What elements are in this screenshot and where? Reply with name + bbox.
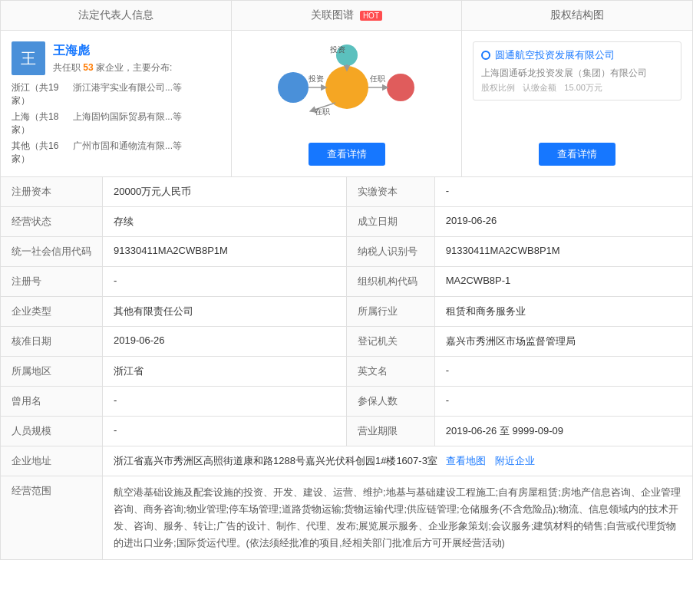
- label2-7: 参保人数: [346, 387, 434, 417]
- address-row: 企业地址 浙江省嘉兴市秀洲区高照街道康和路1288号嘉兴光伏科创园1#楼1607…: [1, 446, 693, 476]
- label-6: 所属地区: [1, 357, 103, 387]
- equity-card: 圆通航空投资发展有限公司 上海圆通砾龙投资发展（集团）有限公司 股权比例 认缴金…: [473, 41, 681, 100]
- value-7: -: [103, 387, 347, 417]
- label-2: 统一社会信用代码: [1, 237, 103, 267]
- value2-4: 租赁和商务服务业: [434, 297, 692, 327]
- value-8: -: [103, 417, 347, 446]
- graph-visual: 投资 任职 在职 投资: [243, 41, 451, 133]
- value2-2: 91330411MA2CWB8P1M: [434, 237, 692, 267]
- equity-sub-company: 上海圆通砾龙投资发展（集团）有限公司: [481, 67, 673, 80]
- svg-text:投资: 投资: [308, 74, 324, 83]
- value-2: 91330411MA2CWB8P1M: [103, 237, 347, 267]
- address-label: 企业地址: [1, 446, 103, 476]
- value2-1: 2019-06-26: [434, 207, 692, 237]
- equity-company-title: 圆通航空投资发展有限公司: [481, 48, 673, 62]
- header-col-graph: 关联图谱 HOT: [232, 1, 463, 30]
- person-row: 王 王海彪 共任职 53 家企业，主要分布:: [12, 41, 220, 75]
- info-row-5: 核准日期 2019-06-26 登记机关 嘉兴市秀洲区市场监督管理局: [1, 327, 693, 357]
- svg-point-0: [325, 66, 368, 109]
- biz-scope-text: 航空港基础设施及配套设施的投资、开发、建设、运营、维护;地基与基础建设工程施工;…: [114, 484, 681, 552]
- header-col-equity: 股权结构图: [462, 1, 692, 30]
- label2-1: 成立日期: [346, 207, 434, 237]
- header-legal-title: 法定代表人信息: [78, 8, 153, 21]
- label-8: 人员规模: [1, 417, 103, 446]
- main-row: 王 王海彪 共任职 53 家企业，主要分布: 浙江（共19家） 浙江港宇实业有限…: [0, 30, 693, 176]
- info-row-1: 经营状态 存续 成立日期 2019-06-26: [1, 207, 693, 237]
- value-1: 存续: [103, 207, 347, 237]
- info-row-3: 注册号 - 组织机构代码 MA2CWB8P-1: [1, 267, 693, 297]
- value-5: 2019-06-26: [103, 327, 347, 357]
- label-1: 经营状态: [1, 207, 103, 237]
- biz-scope-row: 经营范围 航空港基础设施及配套设施的投资、开发、建设、运营、维护;地基与基础建设…: [1, 476, 693, 560]
- region-value-0: 浙江港宇实业有限公司...等: [73, 81, 220, 107]
- label-3: 注册号: [1, 267, 103, 297]
- header-equity-title: 股权结构图: [550, 8, 604, 21]
- label2-4: 所属行业: [346, 297, 434, 327]
- svg-text:在职: 在职: [315, 107, 330, 116]
- region-label-2: 其他（共16家）: [12, 140, 73, 166]
- graph-view-detail-button[interactable]: 查看详情: [309, 143, 385, 166]
- equity-company-name[interactable]: 圆通航空投资发展有限公司: [495, 48, 615, 62]
- label2-2: 纳税人识别号: [346, 237, 434, 267]
- region-row-2: 其他（共16家） 广州市固和通物流有限...等: [12, 140, 220, 166]
- relation-graph-svg: 投资 任职 在职 投资: [270, 41, 424, 133]
- region-value-1: 上海固钧国际贸易有限...等: [73, 110, 220, 137]
- region-list: 浙江（共19家） 浙江港宇实业有限公司...等 上海（共18家） 上海固钧国际贸…: [12, 81, 220, 166]
- value2-0: -: [434, 177, 692, 207]
- equity-view-detail-button[interactable]: 查看详情: [539, 143, 615, 166]
- address-value-cell: 浙江省嘉兴市秀洲区高照街道康和路1288号嘉兴光伏科创园1#楼1607-3室 查…: [103, 446, 693, 476]
- avatar-char: 王: [21, 48, 36, 69]
- nearby-link[interactable]: 附近企业: [495, 455, 535, 466]
- label-5: 核准日期: [1, 327, 103, 357]
- label2-5: 登记机关: [346, 327, 434, 357]
- map-link[interactable]: 查看地图: [446, 455, 486, 466]
- address-text: 浙江省嘉兴市秀洲区高照街道康和路1288号嘉兴光伏科创园1#楼1607-3室: [114, 455, 437, 466]
- info-row-0: 注册资本 20000万元人民币 实缴资本 -: [1, 177, 693, 207]
- header-col-legal: 法定代表人信息: [1, 1, 232, 30]
- region-label-0: 浙江（共19家）: [12, 81, 73, 107]
- svg-point-1: [278, 72, 309, 103]
- value-0: 20000万元人民币: [103, 177, 347, 207]
- info-row-6: 所属地区 浙江省 英文名 -: [1, 357, 693, 387]
- value-6: 浙江省: [103, 357, 347, 387]
- value2-7: -: [434, 387, 692, 417]
- value2-3: MA2CWB8P-1: [434, 267, 692, 297]
- value2-5: 嘉兴市秀洲区市场监督管理局: [434, 327, 692, 357]
- region-row-0: 浙江（共19家） 浙江港宇实业有限公司...等: [12, 81, 220, 107]
- equity-card-row: 股权比例 认缴金额 15.00万元: [481, 82, 673, 94]
- svg-text:任职: 任职: [369, 74, 385, 83]
- info-table: 注册资本 20000万元人民币 实缴资本 - 经营状态 存续 成立日期 2019…: [0, 176, 693, 560]
- person-name[interactable]: 王海彪: [53, 43, 172, 59]
- avatar: 王: [12, 41, 45, 75]
- label2-0: 实缴资本: [346, 177, 434, 207]
- region-value-2: 广州市固和通物流有限...等: [73, 140, 220, 166]
- label-0: 注册资本: [1, 177, 103, 207]
- biz-scope-label: 经营范围: [1, 476, 103, 560]
- value-4: 其他有限责任公司: [103, 297, 347, 327]
- value2-8: 2019-06-26 至 9999-09-09: [434, 417, 692, 446]
- info-row-8: 人员规模 - 营业期限 2019-06-26 至 9999-09-09: [1, 417, 693, 446]
- value-3: -: [103, 267, 347, 297]
- region-row-1: 上海（共18家） 上海固钧国际贸易有限...等: [12, 110, 220, 137]
- label2-3: 组织机构代码: [346, 267, 434, 297]
- info-row-2: 统一社会信用代码 91330411MA2CWB8P1M 纳税人识别号 91330…: [1, 237, 693, 267]
- legal-rep-section: 王 王海彪 共任职 53 家企业，主要分布: 浙江（共19家） 浙江港宇实业有限…: [1, 31, 232, 176]
- value2-6: -: [434, 357, 692, 387]
- equity-section: 圆通航空投资发展有限公司 上海圆通砾龙投资发展（集团）有限公司 股权比例 认缴金…: [462, 31, 692, 176]
- label2-6: 英文名: [346, 357, 434, 387]
- label2-8: 营业期限: [346, 417, 434, 446]
- info-row-7: 曾用名 - 参保人数 -: [1, 387, 693, 417]
- company-count: 53: [83, 62, 93, 73]
- info-row-4: 企业类型 其他有限责任公司 所属行业 租赁和商务服务业: [1, 297, 693, 327]
- graph-section: 投资 任职 在职 投资 查看详情: [232, 31, 463, 176]
- hot-badge: HOT: [360, 11, 382, 21]
- equity-icon: [481, 51, 490, 60]
- header-graph-title: 关联图谱: [311, 8, 354, 21]
- person-desc: 共任职 53 家企业，主要分布:: [53, 61, 172, 74]
- label-7: 曾用名: [1, 387, 103, 417]
- svg-text:投资: 投资: [329, 45, 345, 54]
- svg-point-2: [387, 74, 414, 101]
- top-header: 法定代表人信息 关联图谱 HOT 股权结构图: [0, 0, 693, 30]
- label-4: 企业类型: [1, 297, 103, 327]
- region-label-1: 上海（共18家）: [12, 110, 73, 137]
